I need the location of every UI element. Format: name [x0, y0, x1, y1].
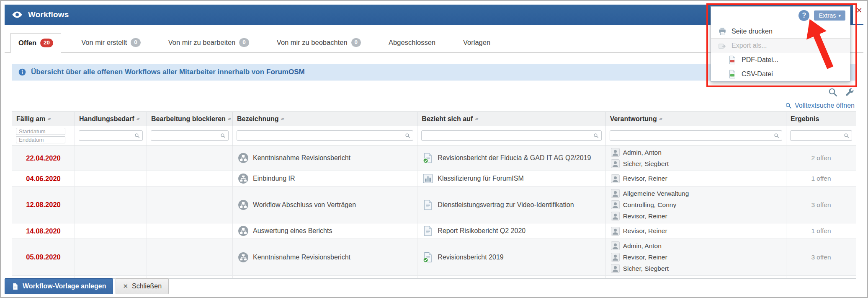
fulltext-search-link[interactable]: Volltextsuche öffnen	[785, 102, 855, 109]
page-title: Workflows	[28, 10, 69, 19]
reference-name: Revisionsbericht der Fiducia & GAD IT AG…	[438, 154, 591, 162]
workflow-name: Kenntnisnahme Revisionsbericht	[253, 254, 350, 261]
sort-icon: ▴▾	[659, 117, 662, 121]
tab-abgeschlossen[interactable]: Abgeschlossen	[381, 33, 443, 52]
ergebnis-cell: 3 offen	[786, 239, 856, 275]
close-button[interactable]: ✕ Schließen	[116, 278, 169, 294]
tab-label: Von mir erstellt	[81, 39, 127, 47]
column-header-verantwortung[interactable]: Verantwortung ▴▾	[606, 112, 786, 126]
person-name: Admin, Anton	[623, 242, 662, 250]
table-header-row: Fällig am ▴▾ Handlungsbedarf ▴▾ Bearbeit…	[12, 112, 856, 126]
person-icon	[611, 241, 620, 250]
panel-header: ? Extras ▾	[711, 7, 850, 24]
chevron-down-icon: ▾	[838, 13, 841, 18]
search-icon	[785, 102, 792, 109]
search-icon	[844, 133, 849, 138]
tab-von-mir-erstellt[interactable]: Von mir erstellt 0	[74, 33, 148, 52]
close-icon: ✕	[123, 282, 128, 290]
search-icon[interactable]	[828, 87, 838, 97]
table-row[interactable]: 22.04.2020 Kenntnisnahme Revisionsberich…	[12, 145, 856, 171]
menu-item-pdf-file[interactable]: PDF-Datei...	[711, 53, 850, 67]
column-header-faellig-am[interactable]: Fällig am ▴▾	[12, 112, 75, 126]
bezieht-cell: Revisionsbericht der Fiducia & GAD IT AG…	[417, 145, 605, 171]
verantwortung-cell: Allgemeine Verwaltung Controlling, Conny…	[606, 187, 786, 223]
person-icon	[611, 212, 620, 220]
printer-icon	[718, 27, 727, 36]
tab-vorlagen[interactable]: Vorlagen	[456, 33, 498, 52]
handlungsbedarf-cell	[75, 145, 147, 171]
reference-name: Klassifizierung für ForumISM	[438, 175, 523, 182]
bezieht-filter-input[interactable]	[421, 130, 601, 141]
workflow-icon	[238, 252, 249, 263]
column-header-bezeichnung[interactable]: Bezeichnung ▴▾	[233, 112, 417, 126]
column-header-handlungsbedarf[interactable]: Handlungsbedarf ▴▾	[75, 112, 147, 126]
window-chrome: ✕	[853, 5, 865, 24]
sort-icon: ▴▾	[228, 117, 230, 121]
info-text: Übersicht über alle offenen Workflows al…	[31, 68, 264, 76]
person-name: Sicher, Siegbert	[623, 265, 669, 272]
eye-icon	[11, 9, 23, 21]
column-header-bezieht-sich-auf[interactable]: Bezieht sich auf ▴▾	[417, 112, 605, 126]
person-icon	[611, 189, 620, 198]
handlungsbedarf-filter-input[interactable]	[79, 130, 143, 141]
start-date-filter-input[interactable]	[16, 128, 65, 135]
extras-button[interactable]: Extras ▾	[814, 10, 845, 21]
workflow-icon	[238, 173, 249, 184]
bearbeitung-filter-input[interactable]	[151, 130, 229, 141]
bearbeitung-cell	[147, 239, 233, 275]
due-date-cell: 04.06.2020	[12, 171, 75, 186]
document-check-icon	[422, 153, 433, 163]
search-icon	[593, 133, 599, 138]
window-close-icon[interactable]: ✕	[856, 7, 862, 24]
person-name: Admin, Anton	[623, 149, 662, 156]
handlungsbedarf-cell	[75, 223, 147, 238]
table-row[interactable]: 05.09.2020 Kenntnisnahme Revisionsberich…	[12, 239, 856, 276]
search-icon	[774, 133, 779, 138]
bezieht-filter	[421, 130, 601, 141]
extras-dropdown-menu: ? Extras ▾ Seite drucken Export als... P…	[711, 6, 850, 82]
verantwortung-filter-input[interactable]	[610, 130, 782, 141]
table-body: 22.04.2020 Kenntnisnahme Revisionsberich…	[12, 145, 856, 279]
settings-wrench-icon[interactable]	[845, 87, 855, 97]
person-entry: Revisor, Reiner	[611, 226, 667, 236]
document-icon	[422, 225, 433, 236]
ergebnis-filter-input[interactable]	[790, 130, 852, 141]
column-header-ergebnis[interactable]: Ergebnis	[786, 112, 856, 126]
person-name: Revisor, Reiner	[623, 212, 667, 220]
reference-name: Dienstleistungsvertrag zur Video-Identif…	[438, 201, 574, 209]
product-name: ForumOSM	[266, 68, 305, 76]
create-workflow-template-button[interactable]: Workflow-Vorlage anlegen	[5, 278, 113, 294]
bezieht-cell: Risikoanalyse für Embargo-Prüfung und Pr…	[417, 276, 605, 279]
document-icon	[422, 200, 433, 210]
table-row[interactable]: 04.06.2020 Einbindung IR Klassifizierung…	[12, 171, 856, 187]
sort-icon: ▴▾	[281, 117, 283, 121]
bezeichnung-cell: Einbindung in Klassifizierung/Risikoanal…	[233, 276, 417, 279]
tab-offen[interactable]: Offen 20	[10, 33, 61, 53]
search-icon	[134, 133, 140, 138]
tab-von-mir-zu-beobachten[interactable]: Von mir zu beobachten 0	[269, 33, 368, 52]
end-date-filter-input[interactable]	[16, 136, 65, 143]
csv-file-icon	[728, 70, 737, 79]
due-date-filter	[12, 126, 75, 145]
bearbeitung-cell	[147, 145, 233, 171]
due-date-cell: 12.08.2020	[12, 187, 75, 223]
menu-item-print-page[interactable]: Seite drucken	[711, 24, 850, 39]
person-icon	[611, 148, 620, 157]
bearbeitung-cell	[147, 171, 233, 186]
menu-item-csv-file[interactable]: CSV-Datei	[711, 67, 850, 81]
person-entry: Revisor, Reiner	[611, 174, 667, 184]
help-button[interactable]: ?	[798, 10, 809, 21]
table-toolbar	[828, 87, 855, 97]
tab-label: Von mir zu bearbeiten	[168, 39, 236, 47]
due-date-cell: 22.04.2020	[12, 145, 75, 171]
count-badge: 0	[351, 38, 361, 47]
bezieht-cell: Revisionsbericht 2019	[417, 239, 605, 275]
person-icon	[611, 264, 620, 273]
person-name: Revisor, Reiner	[623, 254, 667, 261]
bezeichnung-filter-input[interactable]	[237, 130, 413, 141]
table-row[interactable]: 12.08.2020 Workflow Abschluss von Verträ…	[12, 187, 856, 223]
table-row[interactable]: 14.08.2020 Auswertung eines Berichts Rep…	[12, 223, 856, 239]
column-header-bearbeitung-blockieren[interactable]: Bearbeitung blockieren ▴▾	[147, 112, 233, 126]
tab-von-mir-zu-bearbeiten[interactable]: Von mir zu bearbeiten 0	[161, 33, 257, 52]
ergebnis-filter	[790, 130, 852, 141]
